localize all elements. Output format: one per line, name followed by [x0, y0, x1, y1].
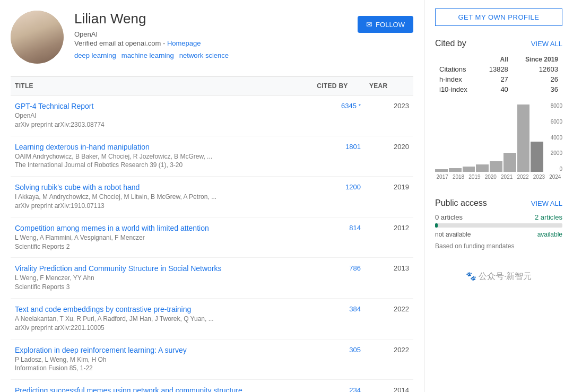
chart-y-label: 6000: [551, 119, 562, 125]
table-row: Virality Prediction and Community Struct…: [11, 258, 413, 299]
paper-cited[interactable]: 384: [312, 298, 365, 339]
table-row: Text and code embeddings by contrastive …: [11, 298, 413, 339]
chart-x-label: 2023: [532, 174, 546, 180]
chart-bar[interactable]: [517, 104, 530, 172]
stat-since: 12603: [513, 64, 562, 74]
profile-institution: OpenAI: [74, 30, 229, 38]
papers-table: TITLE CITED BY YEAR GPT-4 Technical Repo…: [11, 76, 413, 392]
paper-title-link[interactable]: GPT-4 Technical Report: [15, 102, 308, 110]
table-row: GPT-4 Technical Report OpenAI arXiv prep…: [11, 95, 413, 136]
public-access-header: Public access VIEW ALL: [435, 198, 562, 208]
stats-row: Citations 13828 12603: [435, 64, 562, 74]
paper-title-link[interactable]: Text and code embeddings by contrastive …: [15, 305, 308, 313]
available-label: available: [537, 231, 562, 238]
paper-sub1: L Weng, F Menczer, YY Ahn: [15, 274, 308, 283]
paper-sub2: arXiv preprint arXiv:2201.10005: [15, 324, 308, 333]
paper-year: 2019: [365, 177, 413, 217]
table-row: Exploration in deep reinforcement learni…: [11, 339, 413, 380]
paper-cited[interactable]: 786: [312, 258, 365, 299]
watermark: 🐾 公众号·新智元: [435, 271, 562, 282]
chart-x-label: 2021: [500, 174, 514, 180]
paper-year: 2012: [365, 217, 413, 258]
cited-by-header: Cited by VIEW ALL: [435, 39, 562, 48]
chart-bar[interactable]: [531, 142, 543, 172]
access-bar: [435, 223, 562, 228]
funding-note: Based on funding mandates: [435, 242, 562, 250]
chart-bar[interactable]: [435, 169, 448, 172]
paper-sub2: Information Fusion 85, 1-22: [15, 364, 308, 373]
paper-cited[interactable]: 234: [312, 380, 365, 392]
chart-bar[interactable]: [463, 167, 475, 172]
chart-x-label: 2022: [516, 174, 530, 180]
stat-all: 40: [479, 84, 513, 94]
chart-bar[interactable]: [490, 161, 502, 172]
paper-title-link[interactable]: Competition among memes in a world with …: [15, 224, 308, 232]
chart-x-label: 2019: [467, 174, 482, 180]
citation-chart: 80006000400020000 2017201820192020202120…: [435, 103, 562, 188]
homepage-link[interactable]: Homepage: [167, 39, 201, 47]
stats-col-since: Since 2019: [513, 55, 562, 64]
paper-cited[interactable]: 814: [312, 217, 365, 258]
get-profile-button[interactable]: GET MY OWN PROFILE: [435, 8, 562, 26]
cited-by-title: Cited by: [435, 39, 466, 48]
paper-year: 2014: [365, 380, 413, 392]
cited-by-view-all[interactable]: VIEW ALL: [531, 40, 562, 48]
chart-bar[interactable]: [449, 168, 462, 172]
tag-deep-learning[interactable]: deep learning: [74, 51, 116, 59]
paper-cited[interactable]: 1200: [312, 177, 365, 217]
access-labels: not available available: [435, 231, 562, 238]
follow-icon: ✉: [366, 20, 372, 29]
stat-label: Citations: [435, 64, 479, 74]
table-row: Learning dexterous in-hand manipulation …: [11, 136, 413, 177]
paper-cited[interactable]: 6345 *: [312, 95, 365, 136]
stat-all: 13828: [479, 64, 513, 74]
paper-title-link[interactable]: Learning dexterous in-hand manipulation: [15, 143, 308, 151]
paper-year: 2013: [365, 258, 413, 299]
public-access-title: Public access: [435, 198, 487, 208]
paper-title-link[interactable]: Exploration in deep reinforcement learni…: [15, 346, 308, 354]
profile-name: Lilian Weng: [74, 11, 229, 27]
star-icon: *: [359, 103, 361, 109]
stat-label: h-index: [435, 74, 479, 84]
paper-year: 2022: [365, 298, 413, 339]
paper-sub2: Scientific Reports 3: [15, 283, 308, 292]
paper-sub1: A Neelakantan, T Xu, R Puri, A Radford, …: [15, 315, 308, 324]
chart-x-label: 2020: [483, 174, 498, 180]
paper-sub1: OAIM Andrychowicz, B Baker, M Chociej, R…: [15, 152, 308, 161]
chart-y-label: 8000: [551, 103, 562, 109]
paper-sub1: L Weng, A Flammini, A Vespignani, F Menc…: [15, 233, 308, 242]
chart-bar[interactable]: [503, 153, 516, 172]
access-2-label: 2 articles: [535, 213, 562, 221]
paper-title-link[interactable]: Solving rubik's cube with a robot hand: [15, 183, 308, 191]
chart-bar[interactable]: [476, 164, 489, 172]
profile-email: Verified email at openai.com - Homepage: [74, 39, 229, 47]
chart-y-label: 0: [559, 166, 562, 172]
table-row: Predicting successful memes using networ…: [11, 380, 413, 392]
not-available-label: not available: [435, 231, 471, 238]
paper-cited[interactable]: 305: [312, 339, 365, 380]
access-articles: 0 articles 2 articles: [435, 213, 562, 221]
stats-row: i10-index 40 36: [435, 84, 562, 94]
paper-cited[interactable]: 1801: [312, 136, 365, 177]
chart-y-label: 2000: [551, 150, 562, 156]
table-row: Competition among memes in a world with …: [11, 217, 413, 258]
tag-machine-learning[interactable]: machine learning: [121, 51, 174, 59]
table-row: Solving rubik's cube with a robot hand I…: [11, 177, 413, 217]
paper-sub1: I Akkaya, M Andrychowicz, M Chociej, M L…: [15, 193, 308, 202]
stats-table: All Since 2019 Citations 13828 12603 h-i…: [435, 55, 562, 94]
paper-sub2: The International Journal of Robotics Re…: [15, 161, 308, 170]
paper-sub1: P Ladosz, L Weng, M Kim, H Oh: [15, 355, 308, 364]
stats-row: h-index 27 26: [435, 74, 562, 84]
avatar: [11, 11, 64, 64]
paper-title-link[interactable]: Virality Prediction and Community Struct…: [15, 264, 308, 273]
col-year: YEAR: [365, 77, 413, 95]
paper-year: 2022: [365, 339, 413, 380]
paper-year: 2023: [365, 95, 413, 136]
paper-title-link[interactable]: Predicting successful memes using networ…: [15, 386, 308, 392]
chart-x-label: 2024: [548, 174, 562, 180]
tag-network-science[interactable]: network science: [179, 51, 229, 59]
public-access-view-all[interactable]: VIEW ALL: [531, 199, 562, 207]
paper-sub2: arXiv preprint arXiv:1910.07113: [15, 202, 308, 211]
chart-x-label: 2017: [435, 174, 449, 180]
follow-button[interactable]: ✉ FOLLOW: [358, 16, 413, 33]
